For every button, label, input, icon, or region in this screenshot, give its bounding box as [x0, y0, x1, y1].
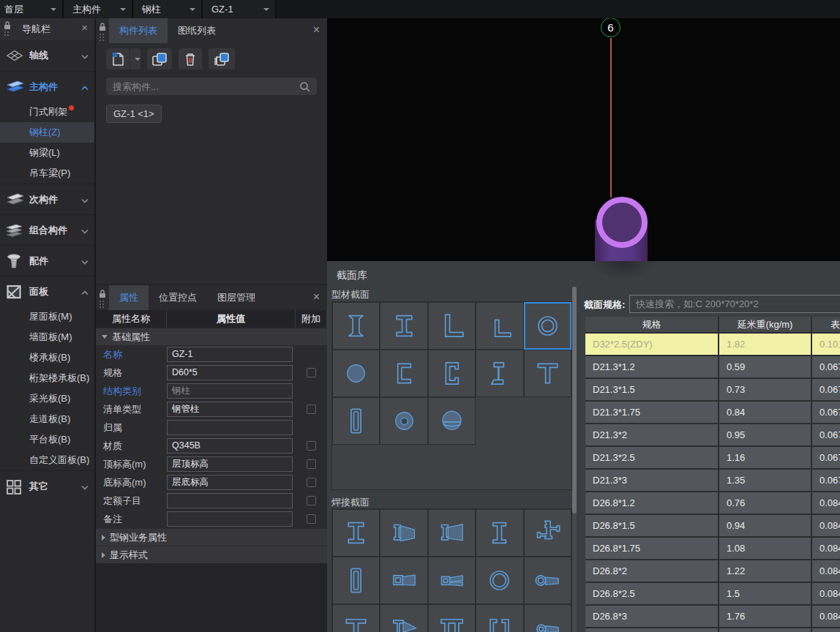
spec-row-D26.8*1.75[interactable]: D26.8*1.751.080.084: [585, 538, 840, 560]
top-dropdown-2[interactable]: 主构件: [64, 0, 133, 18]
attach-checkbox[interactable]: [307, 441, 316, 451]
sidebar-group-6[interactable]: 面板: [0, 276, 94, 306]
tab-图层管理[interactable]: 图层管理: [207, 285, 266, 310]
property-group-型钢业务属性[interactable]: 型钢业务属性: [96, 529, 327, 546]
property-value-input[interactable]: [167, 420, 293, 435]
section-tile-channel-section[interactable]: [380, 350, 427, 397]
sidebar-item-楼承板(B)[interactable]: 楼承板(B): [0, 347, 94, 368]
new-component-button[interactable]: [106, 48, 130, 69]
spec-row-D26.8*3[interactable]: D26.8*31.760.084: [585, 606, 840, 628]
component-search-input[interactable]: [113, 81, 299, 92]
attach-checkbox[interactable]: [307, 405, 316, 414]
spec-row-D21.3*3[interactable]: D21.3*31.350.067: [585, 470, 840, 492]
delete-component-button[interactable]: [179, 48, 202, 69]
section-tile-ibeam-section[interactable]: [332, 302, 380, 350]
new-component-dropdown-icon[interactable]: [130, 48, 140, 69]
sidebar-item-墙面板(M)[interactable]: 墙面板(M): [0, 327, 94, 347]
sidebar-item-桁架楼承板(B)[interactable]: 桁架楼承板(B): [0, 368, 94, 388]
copy-component-button[interactable]: [147, 48, 172, 69]
section-tile-tapered-hbeam-right[interactable]: [380, 509, 427, 557]
property-value-input[interactable]: Q345B: [167, 438, 293, 454]
tab-图纸列表[interactable]: 图纸列表: [168, 18, 226, 43]
sidebar-group-3[interactable]: 次构件: [0, 184, 94, 214]
section-tile-pi-section[interactable]: [428, 604, 476, 632]
sidebar-item-自定义面板(B)[interactable]: 自定义面板(B): [0, 450, 94, 470]
property-value-input[interactable]: [167, 493, 293, 508]
sidebar-group-7[interactable]: 其它: [0, 470, 94, 501]
property-value-input[interactable]: 层底标高: [167, 475, 293, 490]
sidebar-group-4[interactable]: 组合构件: [0, 214, 94, 245]
spec-row-D21.3*1.75[interactable]: D21.3*1.750.840.067: [585, 402, 840, 424]
section-tile-double-channel[interactable]: [476, 604, 523, 632]
sidebar-close-icon[interactable]: ×: [81, 21, 88, 34]
attach-checkbox[interactable]: [307, 478, 316, 487]
section-tile-welded-hbeam[interactable]: [332, 509, 380, 557]
steel-column-top-ring[interactable]: [596, 197, 648, 248]
tab-属性[interactable]: 属性: [109, 285, 149, 310]
section-tile-angle-small-section[interactable]: [476, 302, 523, 350]
tab-位置控点[interactable]: 位置控点: [149, 285, 207, 310]
section-tile-cruciform[interactable]: [524, 509, 571, 557]
property-value-input[interactable]: [167, 511, 293, 527]
top-dropdown-3[interactable]: 钢柱: [133, 0, 203, 18]
property-value-input[interactable]: GZ-1: [167, 347, 293, 362]
spec-row-D26.8*1.5[interactable]: D26.8*1.50.940.084: [585, 515, 840, 538]
section-tile-tapered-hbeam-left[interactable]: [428, 509, 476, 557]
spec-row-D21.3*1.5[interactable]: D21.3*1.50.730.067: [585, 379, 840, 402]
sidebar-item-吊车梁(P)[interactable]: 吊车梁(P): [0, 163, 94, 184]
section-tile-welded-ibeam[interactable]: [476, 509, 523, 557]
top-dropdown-4[interactable]: GZ-1: [203, 0, 277, 18]
attach-checkbox[interactable]: [307, 496, 316, 505]
section-tile-box-taper[interactable]: [380, 557, 427, 604]
section-tile-angle-section[interactable]: [428, 302, 476, 350]
panel-drag-handle[interactable]: [98, 289, 107, 308]
property-group-显示样式[interactable]: 显示样式: [96, 546, 327, 563]
section-tile-pipe-taper[interactable]: [524, 557, 571, 604]
panel-drag-handle[interactable]: [98, 22, 107, 41]
attach-checkbox[interactable]: [307, 459, 316, 469]
tab-构件列表[interactable]: 构件列表: [109, 18, 168, 43]
property-value-input[interactable]: 层顶标高: [167, 456, 293, 472]
spec-row-D21.3*2.5[interactable]: D21.3*2.51.160.067: [585, 447, 840, 470]
sidebar-item-平台板(B)[interactable]: 平台板(B): [0, 429, 94, 450]
spec-row-D26.8*2[interactable]: D26.8*21.220.084: [585, 560, 840, 583]
section-tile-t-section[interactable]: [524, 350, 571, 397]
spec-row-D32*2.5(ZDY)[interactable]: D32*2.5(ZDY)1.820.101: [585, 334, 840, 356]
spec-search-input[interactable]: [629, 295, 840, 313]
sidebar-group-5[interactable]: 配件: [0, 245, 94, 276]
section-tile-round-bar-section[interactable]: [332, 350, 380, 397]
section-tile-sphere-section[interactable]: [428, 397, 476, 445]
property-panel-close-icon[interactable]: ×: [313, 290, 320, 304]
panel-splitter[interactable]: [572, 287, 577, 632]
section-tile-welded-ring[interactable]: [476, 557, 523, 604]
sidebar-item-走道板(B)[interactable]: 走道板(B): [0, 409, 94, 429]
section-tile-ring-taper[interactable]: [524, 604, 571, 632]
model-viewport[interactable]: 6: [327, 18, 840, 261]
section-tile-channel-lips-section[interactable]: [428, 350, 476, 397]
attach-checkbox[interactable]: [307, 514, 316, 524]
component-item-gz1[interactable]: GZ-1 <1>: [106, 105, 162, 123]
sidebar-item-屋面板(M)[interactable]: 屋面板(M): [0, 306, 94, 327]
scrollbar-thumb[interactable]: [572, 287, 577, 514]
spec-row-D26.8*2.5[interactable]: D26.8*2.51.50.084: [585, 583, 840, 606]
section-tile-z-section[interactable]: [476, 350, 523, 397]
sidebar-group-1[interactable]: 轴线: [0, 40, 94, 71]
spec-row-D21.3*1.2[interactable]: D21.3*1.20.590.067: [585, 356, 840, 379]
attach-checkbox[interactable]: [307, 368, 316, 377]
sidebar-item-钢柱(Z)[interactable]: 钢柱(Z): [0, 122, 94, 143]
sidebar-item-钢梁(L)[interactable]: 钢梁(L): [0, 143, 94, 163]
section-tile-rect-tube-section[interactable]: [332, 397, 380, 445]
section-tile-welded-rect-tube[interactable]: [332, 557, 380, 604]
batch-copy-button[interactable]: [209, 48, 235, 69]
section-tile-box-taper-small[interactable]: [428, 557, 476, 604]
section-tile-hbeam-section[interactable]: [380, 302, 427, 350]
spec-row-D26.8*1.2[interactable]: D26.8*1.20.760.084: [585, 492, 840, 515]
section-tile-t-taper[interactable]: [380, 604, 427, 632]
section-tile-round-hole-section[interactable]: [380, 397, 427, 445]
section-tile-pipe-section[interactable]: [524, 302, 571, 350]
sidebar-item-门式刚架[interactable]: 门式刚架: [0, 102, 94, 122]
property-value-input[interactable]: 钢柱: [167, 383, 293, 399]
property-value-input[interactable]: 钢管柱: [167, 402, 293, 417]
sidebar-group-2[interactable]: 主构件: [0, 71, 94, 102]
spec-row-D21.3*2[interactable]: D21.3*20.950.067: [585, 424, 840, 447]
